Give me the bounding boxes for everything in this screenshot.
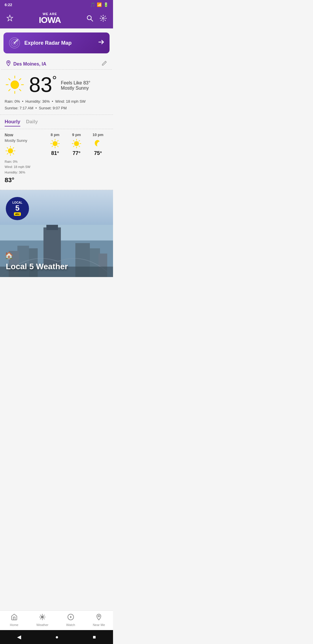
channel-number: 5 <box>15 204 19 212</box>
hour-10pm-label: 10 pm <box>92 133 103 137</box>
now-wind: Wind: 18 mph SW <box>5 164 42 170</box>
hour-8pm-temp: 81° <box>51 150 59 156</box>
sunrise-text: Sunrise: 7:17 AM <box>5 106 33 110</box>
svg-marker-0 <box>7 15 13 21</box>
sunset-text: Sunset: 9:07 PM <box>39 106 67 110</box>
hour-10pm-icon <box>92 138 103 149</box>
svg-line-34 <box>52 140 53 141</box>
weather-detail-row2: Sunrise: 7:17 AM • Sunset: 9:07 PM <box>5 105 108 111</box>
body: Explore Radar Map Des Moines, IA <box>0 32 113 277</box>
svg-line-19 <box>9 89 10 91</box>
hourly-now-card: Now Mostly Sunny <box>5 133 42 184</box>
weather-details: Rain: 0% • Humidity: 36% • Wind: 18 mph … <box>5 98 108 112</box>
radar-banner[interactable]: Explore Radar Map <box>3 32 110 53</box>
location-pin-icon <box>6 60 11 68</box>
hour-10pm-temp: 75° <box>94 150 102 156</box>
svg-line-25 <box>7 147 8 148</box>
location-row: Des Moines, IA <box>1 57 112 70</box>
svg-point-38 <box>74 141 79 146</box>
svg-point-29 <box>52 141 57 146</box>
city-background: LOCAL 5 abc 🏠 Local 5 Weather <box>0 190 113 277</box>
now-humidity: Humidity: 36% <box>5 170 42 175</box>
svg-point-10 <box>8 62 9 63</box>
svg-point-3 <box>102 17 104 19</box>
hour-now-details: Rain: 0% Wind: 18 mph SW Humidity: 36% <box>5 159 42 175</box>
hourly-10pm-card: 10 pm 75° <box>89 133 107 184</box>
svg-line-35 <box>57 146 58 147</box>
weather-condition-icon <box>5 75 25 95</box>
svg-line-43 <box>73 140 74 141</box>
condition-text: Mostly Sunny <box>61 86 90 91</box>
svg-rect-49 <box>43 227 61 267</box>
svg-line-26 <box>13 153 14 154</box>
svg-rect-50 <box>46 225 58 230</box>
svg-line-17 <box>19 89 21 91</box>
svg-line-37 <box>52 146 53 147</box>
location-display: Des Moines, IA <box>6 60 46 68</box>
radar-arrow-icon <box>98 39 104 47</box>
svg-line-18 <box>19 79 21 80</box>
svg-line-28 <box>7 153 8 154</box>
svg-point-11 <box>11 81 19 89</box>
svg-line-46 <box>73 146 74 147</box>
hour-9pm-temp: 77° <box>72 150 80 156</box>
weather-detail-row1: Rain: 0% • Humidity: 36% • Wind: 18 mph … <box>5 98 108 105</box>
hourly-11pm-card: 11 pm 76° <box>111 133 113 184</box>
news-title-overlay: Local 5 Weather <box>0 262 113 271</box>
header-actions <box>85 13 108 23</box>
svg-line-16 <box>9 79 10 80</box>
hour-8pm-label: 8 pm <box>51 133 59 137</box>
forecast-tabs: Hourly Daily <box>0 115 113 129</box>
svg-line-44 <box>79 146 80 147</box>
svg-line-36 <box>57 140 58 141</box>
hourly-section: Now Mostly Sunny <box>0 129 113 190</box>
svg-line-27 <box>13 147 14 148</box>
channel-logo: LOCAL 5 abc <box>6 197 29 220</box>
temperature-display: 83° <box>29 74 57 95</box>
hourly-8pm-card: 8 pm 81° <box>46 133 64 184</box>
rain-text: Rain: 0% <box>5 99 20 104</box>
radar-icon <box>9 37 20 49</box>
status-time: 6:22 <box>5 3 12 7</box>
weather-main: 83° Feels Like 83° Mostly Sunny Rain: 0%… <box>0 70 113 115</box>
hour-now-icon <box>5 145 16 157</box>
humidity-text: Humidity: 36% <box>26 99 50 104</box>
hour-9pm-label: 9 pm <box>72 133 81 137</box>
news-card[interactable]: LOCAL 5 abc 🏠 Local 5 Weather <box>0 190 113 277</box>
news-flag-icon: 🏠 <box>5 252 13 260</box>
status-bar: 6:22 🎵 📶 🔋 <box>0 0 113 9</box>
hour-now-condition: Mostly Sunny <box>5 138 42 143</box>
news-card-title: Local 5 Weather <box>6 262 107 271</box>
bluetooth-icon: 🎵 <box>90 2 95 7</box>
wind-text: Wind: 18 mph SW <box>55 99 86 104</box>
search-button[interactable] <box>85 13 95 23</box>
channel-network: abc <box>14 212 21 216</box>
weather-feels-section: Feels Like 83° Mostly Sunny <box>61 79 90 91</box>
feels-like-text: Feels Like 83° <box>61 80 90 86</box>
svg-line-45 <box>79 140 80 141</box>
app-logo: WE ARE IOWA <box>39 12 61 24</box>
hour-now-temp: 83° <box>5 176 42 184</box>
radar-label: Explore Radar Map <box>24 40 98 46</box>
edit-location-button[interactable] <box>101 60 107 68</box>
favorites-button[interactable] <box>5 13 15 23</box>
svg-line-2 <box>91 19 93 21</box>
tab-hourly[interactable]: Hourly <box>5 119 20 126</box>
now-rain: Rain: 0% <box>5 159 42 164</box>
hour-now-label: Now <box>5 133 42 137</box>
hourly-9pm-card: 9 pm 77° <box>68 133 85 184</box>
hour-8pm-icon <box>50 138 61 149</box>
hour-9pm-icon <box>71 138 82 149</box>
svg-point-20 <box>8 148 13 153</box>
tab-daily[interactable]: Daily <box>26 119 38 126</box>
signal-icon: 📶 <box>97 2 102 7</box>
battery-icon: 🔋 <box>103 2 108 7</box>
status-icons: 🎵 📶 🔋 <box>90 2 108 7</box>
app-header: WE ARE IOWA <box>0 9 113 28</box>
settings-button[interactable] <box>98 13 108 23</box>
location-name: Des Moines, IA <box>13 61 46 67</box>
